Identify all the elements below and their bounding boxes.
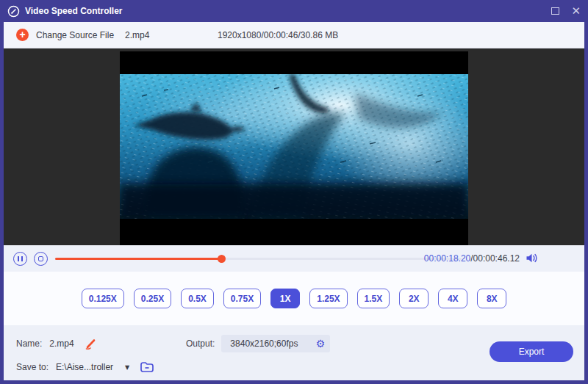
save-to-path[interactable]: E:\Aise...troller [56, 362, 113, 372]
speed-button-1x[interactable]: 1X [270, 289, 300, 308]
footer-bar: Name: 2.mp4 Output: 3840x2160;60fps ⚙ Ex… [4, 325, 584, 380]
maximize-icon[interactable] [551, 7, 559, 15]
close-icon[interactable]: ✕ [571, 6, 581, 17]
speed-button-2x[interactable]: 2X [399, 289, 429, 308]
add-source-icon[interactable]: + [16, 29, 29, 41]
speed-button-0125x[interactable]: 0.125X [82, 289, 124, 308]
name-label: Name: [16, 338, 42, 349]
edit-name-button[interactable] [85, 338, 96, 349]
total-time: 00:00:46.12 [473, 253, 520, 264]
toolbar-file-info: 1920x1080/00:00:46/30.86 MB [218, 30, 338, 40]
toolbar: + Change Source File 2.mp4 1920x1080/00:… [4, 22, 584, 48]
player-controls: 00:00:18.20 / 00:00:46.12 [4, 245, 584, 272]
app-logo-icon [7, 5, 20, 18]
speed-button-025x[interactable]: 0.25X [134, 289, 171, 308]
save-to-label: Save to: [16, 362, 49, 372]
pause-button[interactable] [13, 252, 27, 266]
video-stage [4, 48, 584, 245]
speed-button-8x[interactable]: 8X [477, 289, 506, 308]
open-folder-button[interactable] [140, 361, 154, 373]
time-display: 00:00:18.20 / 00:00:46.12 [424, 245, 520, 272]
volume-icon[interactable] [526, 253, 538, 264]
current-time: 00:00:18.20 [424, 253, 470, 264]
app-window: Video Speed Controller ✕ + Change Source… [0, 0, 588, 384]
change-source-button[interactable]: Change Source File [36, 30, 114, 40]
save-to-row: Save to: E:\Aise...troller ▼ [16, 359, 154, 375]
output-label: Output: [186, 338, 215, 349]
progress-played [55, 258, 222, 260]
name-value: 2.mp4 [49, 338, 74, 349]
chevron-down-icon[interactable]: ▼ [125, 364, 129, 371]
stop-icon [38, 256, 43, 261]
video-preview[interactable] [120, 51, 468, 245]
progress-thumb[interactable] [218, 255, 226, 263]
stop-button[interactable] [34, 252, 48, 266]
name-row: Name: 2.mp4 [16, 335, 96, 352]
speed-button-05x[interactable]: 0.5X [181, 289, 214, 308]
speed-button-15x[interactable]: 1.5X [357, 289, 390, 308]
toolbar-file-name: 2.mp4 [125, 30, 149, 40]
gear-icon[interactable]: ⚙ [316, 338, 326, 349]
output-value: 3840x2160;60fps [230, 338, 298, 349]
output-group: Output: 3840x2160;60fps ⚙ [186, 335, 330, 352]
window-title: Video Speed Controller [25, 6, 122, 16]
underwater-video-frame [120, 74, 468, 219]
folder-icon [140, 361, 154, 373]
speed-button-075x[interactable]: 0.75X [223, 289, 261, 308]
export-button[interactable]: Export [490, 341, 573, 362]
speed-options-row: 0.125X 0.25X 0.5X 0.75X 1X 1.25X 1.5X 2X… [4, 272, 584, 325]
pencil-icon [85, 338, 96, 349]
speed-button-125x[interactable]: 1.25X [309, 289, 347, 308]
speed-button-4x[interactable]: 4X [438, 289, 467, 308]
pause-icon [18, 256, 19, 261]
output-field[interactable]: 3840x2160;60fps ⚙ [221, 335, 330, 352]
title-bar: Video Speed Controller ✕ [0, 0, 588, 22]
progress-bar[interactable] [55, 258, 462, 260]
